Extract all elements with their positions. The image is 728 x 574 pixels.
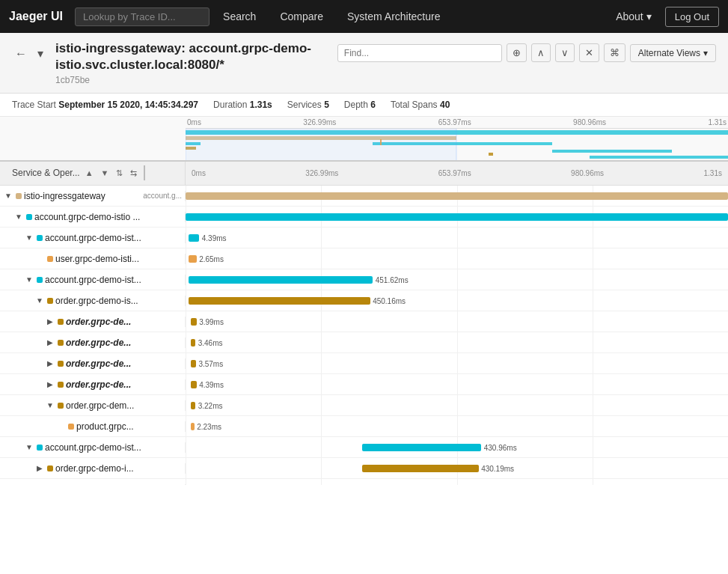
span-duration: 451.62ms xyxy=(376,275,409,284)
table-row[interactable]: user.grpc-demo-isti...2.65ms xyxy=(0,248,728,269)
sort-desc-btn[interactable]: ▼ xyxy=(99,168,111,178)
tick-line xyxy=(321,353,322,373)
table-row[interactable]: ▶order.grpc-de...3.99ms xyxy=(0,311,728,332)
tick-line xyxy=(321,395,322,415)
span-duration: 4.39ms xyxy=(202,233,227,242)
prev-match-btn[interactable]: ∧ xyxy=(531,43,551,62)
span-toggle-btn[interactable] xyxy=(34,254,45,264)
tick-line xyxy=(457,374,458,394)
table-row[interactable]: ▼order.grpc-demo-is...450.16ms xyxy=(0,290,728,311)
find-input[interactable] xyxy=(337,44,502,62)
tick-line xyxy=(186,479,186,485)
span-timeline-col: 3.46ms xyxy=(186,332,728,352)
tick-line xyxy=(321,228,322,248)
col-resize-handle[interactable] xyxy=(142,165,145,180)
span-toggle-btn[interactable]: ▶ xyxy=(45,379,55,390)
table-row[interactable]: ▶order.grpc-de...3.57ms xyxy=(0,353,728,374)
span-timeline-col: 2.23ms xyxy=(186,416,728,436)
back-button[interactable]: ← xyxy=(12,46,30,62)
service-color-dot xyxy=(47,465,53,471)
table-row[interactable]: ▼account.grpc-demo-ist...451.62ms xyxy=(0,269,728,290)
tick-line xyxy=(186,228,186,248)
span-toggle-btn[interactable]: ▶ xyxy=(45,338,55,348)
alt-views-button[interactable]: Alternate Views ▾ xyxy=(630,44,716,62)
span-toggle-btn[interactable]: ▼ xyxy=(45,400,55,411)
span-toggle-btn[interactable]: ▼ xyxy=(13,212,24,222)
span-bar xyxy=(191,360,196,367)
span-service-col: ▼account.grpc-demo-istio ... xyxy=(0,212,186,222)
table-row[interactable]: ▼istio-ingressgatewayaccount.g... xyxy=(0,186,728,207)
span-toggle-btn[interactable]: ▼ xyxy=(34,296,45,306)
svg-rect-7 xyxy=(489,153,493,156)
span-timeline-col: 4.39ms xyxy=(186,374,728,394)
span-bar xyxy=(189,255,197,263)
tick-line xyxy=(321,416,322,436)
span-service-col: ▶order.grpc-de... xyxy=(0,317,186,327)
minimap-ruler: 0ms 326.99ms 653.97ms 980.96ms 1.31s xyxy=(186,117,728,129)
trace-total-spans: Total Spans 40 xyxy=(391,100,450,110)
span-toggle-btn[interactable]: ▶ xyxy=(45,317,55,327)
tick-line xyxy=(186,374,186,394)
collapse-button[interactable]: ▾ xyxy=(34,45,46,62)
span-toggle-btn[interactable]: ▼ xyxy=(24,442,34,453)
next-match-btn[interactable]: ∨ xyxy=(555,43,575,62)
keyboard-shortcut-btn[interactable]: ⌘ xyxy=(604,43,625,62)
logout-button[interactable]: Log Out xyxy=(665,7,719,27)
table-row[interactable]: ▼account.grpc-demo-ist...396.63ms xyxy=(0,479,728,485)
close-find-btn[interactable]: ✕ xyxy=(579,43,599,62)
sort-collapse-btn[interactable]: ⇆ xyxy=(128,168,139,179)
span-toggle-btn[interactable]: ▶ xyxy=(34,463,45,474)
span-toggle-btn[interactable]: ▼ xyxy=(24,484,34,486)
tl-tick-0: 0ms xyxy=(192,169,206,177)
span-bar xyxy=(191,318,196,326)
span-toggle-btn[interactable]: ▶ xyxy=(45,358,55,369)
span-service-tag: account.g... xyxy=(143,192,182,200)
span-duration: 3.22ms xyxy=(198,401,223,409)
nav-search[interactable]: Search xyxy=(212,4,266,28)
span-bar xyxy=(186,213,728,221)
span-toggle-btn[interactable]: ▼ xyxy=(24,233,34,243)
nav-about[interactable]: About ▾ xyxy=(605,4,662,28)
span-timeline-col: 3.57ms xyxy=(186,353,728,373)
table-row[interactable]: ▶order.grpc-de...3.46ms xyxy=(0,332,728,353)
span-service-col: ▼account.grpc-demo-ist... xyxy=(0,275,186,285)
spans-header: Service & Oper... ▲ ▼ ⇅ ⇆ 0ms 326.99ms 6… xyxy=(0,162,728,186)
span-duration: 2.23ms xyxy=(197,422,221,430)
span-duration: 3.57ms xyxy=(198,359,223,367)
trace-id-input[interactable] xyxy=(75,7,209,26)
tick-line xyxy=(321,311,322,332)
tick-line xyxy=(186,269,186,290)
sort-asc-btn[interactable]: ▲ xyxy=(83,168,96,178)
tl-tick-4: 1.31s xyxy=(703,169,721,177)
span-service-name: order.grpc-demo-i... xyxy=(55,463,182,474)
span-toggle-btn[interactable]: ▼ xyxy=(24,275,34,285)
table-row[interactable]: product.grpc...2.23ms xyxy=(0,416,728,437)
trace-nav-buttons: ← ▾ xyxy=(12,40,46,62)
nav-system-architecture[interactable]: System Architecture xyxy=(337,4,451,28)
nav-compare[interactable]: Compare xyxy=(269,4,334,28)
tick-line xyxy=(593,311,593,332)
span-service-name: account.grpc-demo-ist... xyxy=(45,442,182,453)
span-service-col: ▼order.grpc-dem... xyxy=(0,400,186,411)
table-row[interactable]: ▼order.grpc-dem...3.22ms xyxy=(0,395,728,416)
tick-line xyxy=(457,290,458,311)
minimap-svg xyxy=(186,129,728,162)
span-bar xyxy=(189,276,373,284)
span-service-col: ▶order.grpc-demo-i... xyxy=(0,463,186,474)
target-icon-btn[interactable]: ⊕ xyxy=(507,43,527,62)
table-row[interactable]: ▼account.grpc-demo-ist...430.96ms xyxy=(0,437,728,458)
spans-header-timeline-col: 0ms 326.99ms 653.97ms 980.96ms 1.31s xyxy=(186,162,728,185)
tick-line xyxy=(593,374,593,394)
table-row[interactable]: ▼account.grpc-demo-istio ... xyxy=(0,207,728,228)
tick-line xyxy=(593,479,593,485)
brand-logo: Jaeger UI xyxy=(9,10,63,23)
table-row[interactable]: ▼account.grpc-demo-ist...4.39ms xyxy=(0,228,728,248)
span-toggle-btn[interactable]: ▼ xyxy=(3,191,13,201)
tick-line xyxy=(593,269,593,290)
span-toggle-btn[interactable] xyxy=(55,421,66,432)
sort-expand-btn[interactable]: ⇅ xyxy=(114,168,125,179)
table-row[interactable]: ▶order.grpc-demo-i...430.19ms xyxy=(0,458,728,479)
tick-1: 326.99ms xyxy=(303,118,336,126)
table-row[interactable]: ▶order.grpc-de...4.39ms xyxy=(0,374,728,395)
tick-line xyxy=(186,458,186,478)
